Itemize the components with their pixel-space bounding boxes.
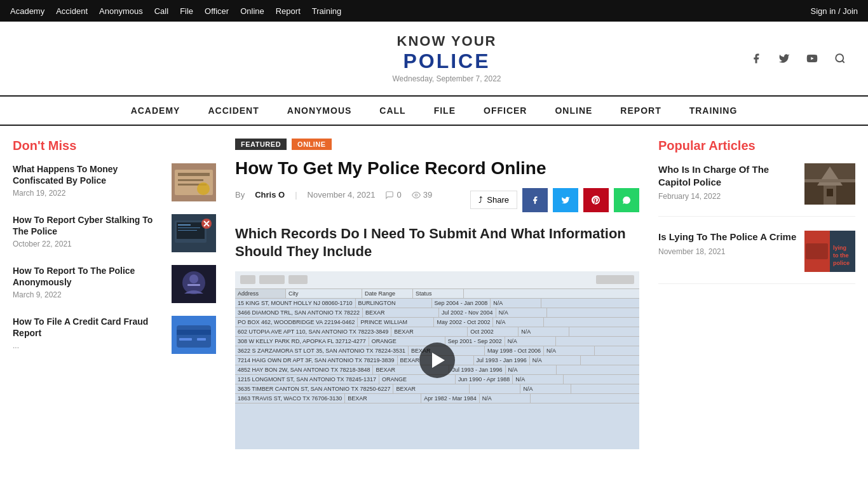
popular-article-thumb: lying to the police xyxy=(804,231,855,272)
list-item: Who Is In Charge Of The Capitol Police F… xyxy=(658,163,855,217)
top-bar-signin: Sign in / Join xyxy=(811,6,858,16)
main-article: FEATURED ONLINE How To Get My Police Rec… xyxy=(235,139,639,449)
svg-point-8 xyxy=(197,182,210,195)
svg-rect-23 xyxy=(177,325,211,348)
popular-article-title[interactable]: Who Is In Charge Of The Capitol Police xyxy=(658,163,797,188)
social-icons xyxy=(747,50,849,67)
nav-training[interactable]: TRAINING xyxy=(675,97,752,125)
comment-count: 0 xyxy=(385,190,401,200)
share-icon: ⤴ xyxy=(478,195,483,205)
twitter-icon[interactable] xyxy=(775,50,793,67)
sidebar-article-date: March 9, 2022 xyxy=(13,290,164,299)
nav-report[interactable]: REPORT xyxy=(606,97,675,125)
svg-rect-21 xyxy=(187,284,200,286)
topbar-link-call[interactable]: Call xyxy=(154,6,168,16)
sidebar-article-text: What Happens To Money Confiscated By Pol… xyxy=(13,163,164,198)
facebook-icon[interactable] xyxy=(747,50,765,67)
logo-police: POLICE xyxy=(393,50,501,73)
svg-rect-39 xyxy=(806,243,828,259)
popular-article-date: November 18, 2021 xyxy=(658,247,797,256)
topbar-link-officer[interactable]: Officer xyxy=(205,6,229,16)
popular-article-thumb xyxy=(804,163,855,205)
popular-articles-title: Popular Articles xyxy=(658,139,855,153)
list-item: How To Report To The Police Anonymously … xyxy=(13,265,216,303)
nav-academy[interactable]: ACADEMY xyxy=(117,97,194,125)
dont-miss-title: Don't Miss xyxy=(13,139,216,153)
svg-point-1 xyxy=(836,54,843,62)
nav-online[interactable]: ONLINE xyxy=(541,97,606,125)
site-logo[interactable]: KNOW YOUR POLICE Wednesday, September 7,… xyxy=(393,33,501,83)
svg-point-27 xyxy=(415,194,417,196)
topbar-link-academy[interactable]: Academy xyxy=(10,6,44,16)
sidebar-article-date: ... xyxy=(13,341,164,350)
popular-article-text: Is Lying To The Police A Crime November … xyxy=(658,231,797,256)
sidebar-article-text: How To Report Cyber Stalking To The Poli… xyxy=(13,214,164,248)
play-button[interactable] xyxy=(419,342,455,378)
play-triangle-icon xyxy=(432,353,445,368)
svg-text:lying: lying xyxy=(833,245,846,251)
main-navigation: ACADEMY ACCIDENT ANONYMOUS CALL FILE OFF… xyxy=(0,95,868,126)
share-button[interactable]: ⤴ Share xyxy=(470,191,517,209)
svg-rect-13 xyxy=(178,227,200,228)
tag-online[interactable]: ONLINE xyxy=(292,139,332,150)
nav-accident[interactable]: ACCIDENT xyxy=(194,97,273,125)
by-label: By xyxy=(235,190,245,200)
svg-point-20 xyxy=(189,274,198,283)
list-item: How To Report Cyber Stalking To The Poli… xyxy=(13,214,216,252)
article-date: November 4, 2021 xyxy=(308,190,376,200)
popular-article-text: Who Is In Charge Of The Capitol Police F… xyxy=(658,163,797,201)
article-video[interactable]: Address City Date Range Status 15 KING S… xyxy=(235,271,639,449)
sidebar-article-date: October 22, 2021 xyxy=(13,240,164,248)
svg-rect-12 xyxy=(178,224,191,226)
sidebar-article-thumb xyxy=(172,265,216,303)
nav-file[interactable]: FILE xyxy=(420,97,470,125)
sidebar-article-title[interactable]: How To File A Credit Card Fraud Report xyxy=(13,316,164,339)
nav-call[interactable]: CALL xyxy=(365,97,419,125)
top-bar-nav: Academy Accident Anonymous Call File Off… xyxy=(10,6,341,16)
nav-officer[interactable]: OFFICER xyxy=(470,97,541,125)
topbar-link-report[interactable]: Report xyxy=(276,6,301,16)
facebook-share-button[interactable] xyxy=(522,188,548,212)
topbar-link-online[interactable]: Online xyxy=(240,6,264,16)
article-title: How To Get My Police Record Online xyxy=(235,158,639,179)
sidebar-article-text: How To File A Credit Card Fraud Report .… xyxy=(13,316,164,350)
site-date: Wednesday, September 7, 2022 xyxy=(393,74,501,83)
article-author[interactable]: Chris O xyxy=(255,190,285,200)
top-bar: Academy Accident Anonymous Call File Off… xyxy=(0,0,868,22)
svg-rect-24 xyxy=(177,330,211,335)
sidebar-article-title[interactable]: How To Report To The Police Anonymously xyxy=(13,265,164,288)
signin-link[interactable]: Sign in / Join xyxy=(811,6,858,16)
topbar-link-anonymous[interactable]: Anonymous xyxy=(99,6,143,16)
popular-article-title[interactable]: Is Lying To The Police A Crime xyxy=(658,231,797,243)
search-icon[interactable] xyxy=(831,50,849,67)
nav-anonymous[interactable]: ANONYMOUS xyxy=(273,97,366,125)
share-label: Share xyxy=(487,195,509,205)
sidebar-article-thumb xyxy=(172,163,216,201)
share-bar: ⤴ Share xyxy=(470,188,639,212)
article-meta: By Chris O | November 4, 2021 0 39 xyxy=(235,190,432,200)
article-subtitle: Which Records Do I Need To Submit And Wh… xyxy=(235,225,639,261)
topbar-link-training[interactable]: Training xyxy=(312,6,341,16)
svg-text:to the: to the xyxy=(833,252,849,259)
whatsapp-share-button[interactable] xyxy=(614,188,639,212)
logo-know: KNOW YOUR xyxy=(393,33,501,50)
list-item: How To File A Credit Card Fraud Report .… xyxy=(13,316,216,354)
sidebar-article-title[interactable]: What Happens To Money Confiscated By Pol… xyxy=(13,163,164,186)
svg-rect-5 xyxy=(178,173,210,176)
svg-rect-6 xyxy=(178,179,203,181)
topbar-link-accident[interactable]: Accident xyxy=(56,6,88,16)
svg-line-2 xyxy=(842,60,844,62)
youtube-icon[interactable] xyxy=(803,50,821,67)
sidebar-article-thumb xyxy=(172,316,216,354)
svg-rect-14 xyxy=(178,230,197,231)
svg-rect-32 xyxy=(827,189,833,196)
topbar-link-file[interactable]: File xyxy=(180,6,193,16)
list-item: Is Lying To The Police A Crime November … xyxy=(658,231,855,284)
sidebar-article-text: How To Report To The Police Anonymously … xyxy=(13,265,164,299)
comment-number: 0 xyxy=(397,190,401,200)
sidebar-article-date: March 19, 2022 xyxy=(13,189,164,198)
sidebar-article-title[interactable]: How To Report Cyber Stalking To The Poli… xyxy=(13,214,164,237)
tag-featured[interactable]: FEATURED xyxy=(235,139,287,150)
pinterest-share-button[interactable] xyxy=(583,188,609,212)
twitter-share-button[interactable] xyxy=(553,188,578,212)
